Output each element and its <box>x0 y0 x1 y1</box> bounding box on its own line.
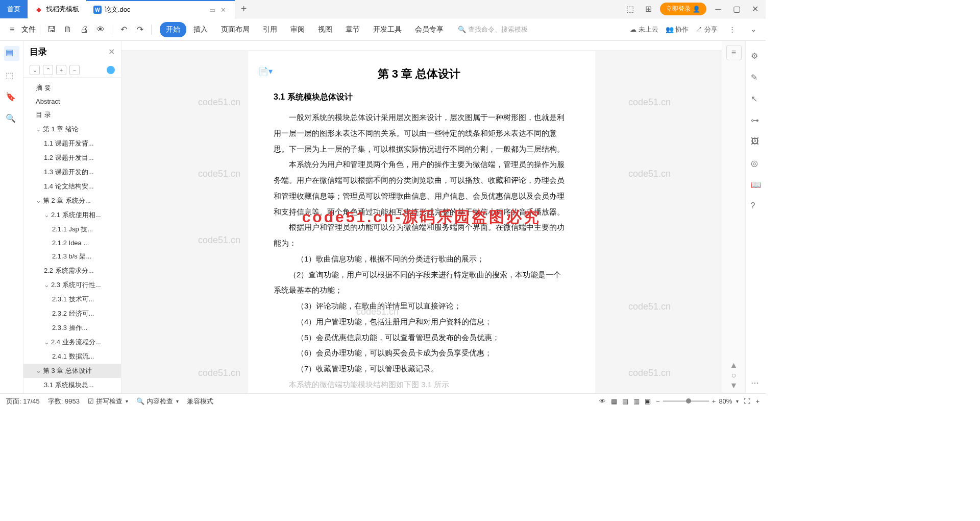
outline-item[interactable]: 2.1.2 Idea ... <box>23 236 121 249</box>
fit-icon[interactable]: ⛶ <box>744 397 750 405</box>
layout-icon[interactable]: ⬚ <box>623 3 636 16</box>
scroll-down-icon[interactable]: ▼ <box>730 381 738 390</box>
target-icon[interactable]: ◎ <box>751 158 761 169</box>
save-as-icon[interactable]: 🗎 <box>61 22 75 37</box>
menu-dev[interactable]: 开发工具 <box>367 22 408 37</box>
apps-icon[interactable]: ⊞ <box>642 3 655 16</box>
bookmark-rail-icon[interactable]: 🔖 <box>6 92 18 104</box>
outline-item[interactable]: 2.3.3 操作... <box>23 321 121 335</box>
outline-item[interactable]: 1.1 课题开发背... <box>23 136 121 151</box>
minimize-icon[interactable]: ─ <box>712 3 725 16</box>
zoom-value[interactable]: 80% <box>719 397 732 405</box>
outline-item[interactable]: 1.2 课题开发目... <box>23 151 121 165</box>
add-view-icon[interactable]: + <box>755 397 760 405</box>
outline-item[interactable]: Abstract <box>23 95 121 108</box>
view-page-icon[interactable]: ▦ <box>611 397 617 405</box>
menu-start[interactable]: 开始 <box>160 22 186 37</box>
outline-item[interactable]: 1.3 课题开发的... <box>23 165 121 179</box>
outline-collapse-all[interactable]: ⌄ <box>30 65 40 75</box>
outline-item[interactable]: 2.1.3 b/s 架... <box>23 249 121 264</box>
maximize-icon[interactable]: ▢ <box>730 3 743 16</box>
search-rail-icon[interactable]: 🔍 <box>6 113 18 126</box>
word-count[interactable]: 字数: 9953 <box>48 397 80 406</box>
command-search[interactable]: 🔍 查找命令、搜索模板 <box>458 25 528 34</box>
undo-icon[interactable]: ↶ <box>116 22 131 37</box>
close-icon[interactable]: ✕ <box>748 3 762 16</box>
menu-chapter[interactable]: 章节 <box>339 22 366 37</box>
more-icon[interactable]: ⋮ <box>725 22 739 37</box>
collapse-icon[interactable]: ⌄ <box>746 22 761 37</box>
outline-rail-icon[interactable]: ▤ <box>4 46 19 61</box>
spell-check[interactable]: ☑ 拼写检查▾ <box>88 397 128 406</box>
menu-icon[interactable]: ≡ <box>5 22 19 37</box>
help-icon[interactable]: ? <box>751 201 761 211</box>
outline-expand-all[interactable]: ⌃ <box>43 65 53 75</box>
outline-item[interactable]: 目 录 <box>23 108 121 122</box>
menu-insert[interactable]: 插入 <box>187 22 214 37</box>
outline-item[interactable]: 2.3.2 经济可... <box>23 306 121 321</box>
content-check[interactable]: 🔍 内容检查▾ <box>136 397 179 406</box>
share-button[interactable]: ↗ 分享 <box>696 25 718 34</box>
view-web-icon[interactable]: ▤ <box>622 397 628 405</box>
outline-item[interactable]: 3.1 系统模块总... <box>23 378 121 392</box>
zoom-out-icon[interactable]: − <box>656 397 660 405</box>
right-panel-toggle[interactable]: ≡ <box>726 45 742 60</box>
menu-layout[interactable]: 页面布局 <box>215 22 256 37</box>
outline-item[interactable]: 2.2 系统需求分... <box>23 264 121 278</box>
image-icon[interactable]: 🖼 <box>751 137 761 147</box>
structure-rail-icon[interactable]: ⬚ <box>6 70 18 83</box>
outline-item[interactable]: 1.4 论文结构安... <box>23 179 121 194</box>
menu-review[interactable]: 审阅 <box>284 22 311 37</box>
compat-mode[interactable]: 兼容模式 <box>187 397 213 406</box>
cloud-status[interactable]: ☁ 未上云 <box>630 25 658 34</box>
cursor-icon[interactable]: ↖ <box>751 94 761 104</box>
view-outline-icon[interactable]: ▥ <box>633 397 640 405</box>
more-tools-icon[interactable]: ⋯ <box>751 378 761 388</box>
page-action-icon[interactable]: 📄▾ <box>258 66 273 76</box>
outline-settings-icon[interactable] <box>107 66 115 74</box>
page-status[interactable]: 页面: 17/45 <box>6 397 40 406</box>
outline-item[interactable]: 2.3.1 技术可... <box>23 292 121 306</box>
outline-item[interactable]: ⌄3.2 数据库设计 <box>23 392 121 393</box>
adjust-icon[interactable]: ⊶ <box>751 115 761 126</box>
settings-icon[interactable]: ⚙ <box>751 51 761 61</box>
zoom-in-icon[interactable]: + <box>712 397 716 405</box>
page-indicator-icon[interactable]: ○ <box>731 371 737 380</box>
scroll-up-icon[interactable]: ▲ <box>730 361 738 370</box>
tab-template[interactable]: ◆ 找稻壳模板 <box>28 0 86 18</box>
login-button[interactable]: 立即登录👤 <box>660 3 706 15</box>
file-menu[interactable]: 文件 <box>21 25 36 34</box>
eye-view-icon[interactable]: 👁 <box>599 397 606 405</box>
tab-close-icon[interactable]: ✕ <box>219 6 228 14</box>
redo-icon[interactable]: ↷ <box>133 22 147 37</box>
pen-icon[interactable]: ✎ <box>751 73 761 83</box>
outline-item[interactable]: 2.4.1 数据流... <box>23 349 121 364</box>
document-page[interactable]: 📄▾ 第 3 章 总体设计 3.1 系统模块总体设计 一般对系统的模块总体设计采… <box>248 51 595 393</box>
outline-add[interactable]: + <box>56 65 66 75</box>
menu-member[interactable]: 会员专享 <box>409 22 450 37</box>
view-read-icon[interactable]: ▣ <box>645 397 651 405</box>
preview-icon[interactable]: 👁 <box>93 22 108 37</box>
read-icon[interactable]: 📖 <box>751 180 761 190</box>
outline-item[interactable]: ⌄第 1 章 绪论 <box>23 122 121 136</box>
collab-button[interactable]: 👥 协作 <box>666 25 689 34</box>
outline-item[interactable]: 2.1.1 Jsp 技... <box>23 222 121 236</box>
outline-remove[interactable]: − <box>69 65 80 75</box>
tab-window-icon[interactable]: ▭ <box>208 6 216 14</box>
menu-reference[interactable]: 引用 <box>257 22 283 37</box>
outline-item[interactable]: ⌄第 3 章 总体设计 <box>23 364 121 378</box>
outline-item[interactable]: ⌄2.3 系统可行性... <box>23 278 121 292</box>
outline-item[interactable]: 摘 要 <box>23 81 121 95</box>
outline-item[interactable]: ⌄第 2 章 系统分... <box>23 194 121 208</box>
menu-view[interactable]: 视图 <box>312 22 338 37</box>
new-tab-button[interactable]: + <box>235 0 253 18</box>
tab-document[interactable]: W 论文.doc ▭ ✕ <box>86 0 235 18</box>
print-icon[interactable]: 🖨 <box>77 22 91 37</box>
outline-item[interactable]: ⌄2.4 业务流程分... <box>23 335 121 349</box>
save-icon[interactable]: 🖫 <box>44 22 59 37</box>
ruler[interactable] <box>121 41 722 51</box>
tab-home[interactable]: 首页 <box>0 0 28 18</box>
zoom-slider[interactable] <box>663 400 709 402</box>
outline-item[interactable]: ⌄2.1 系统使用相... <box>23 208 121 222</box>
outline-close-icon[interactable]: ✕ <box>108 47 115 57</box>
